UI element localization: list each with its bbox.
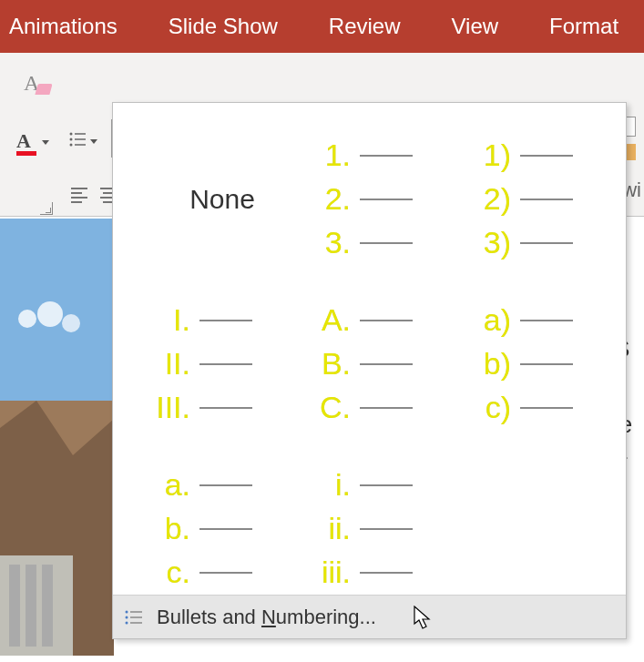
font-dialog-launcher[interactable]: [40, 202, 53, 215]
tab-review[interactable]: Review: [329, 14, 401, 39]
tab-animations[interactable]: Animations: [9, 14, 118, 39]
chevron-down-icon[interactable]: [42, 140, 49, 145]
numbering-option-roman-upper[interactable]: I. II. III.: [145, 284, 300, 443]
tab-format[interactable]: Format: [549, 14, 618, 39]
svg-rect-63: [42, 565, 53, 647]
slide-image: [0, 219, 114, 656]
svg-point-69: [126, 616, 128, 618]
numbering-option-empty: [465, 449, 620, 608]
tab-slide-show[interactable]: Slide Show: [169, 14, 278, 39]
svg-rect-62: [26, 565, 36, 647]
svg-point-0: [70, 133, 73, 136]
svg-point-67: [126, 610, 128, 613]
numbering-option-decimal-period[interactable]: 1. 2. 3.: [305, 119, 460, 279]
numbering-icon: [124, 609, 144, 626]
ribbon-tab-bar: Animations Slide Show Review View Format: [0, 0, 644, 53]
clear-formatting-icon[interactable]: A: [24, 71, 39, 96]
bullets-chevron-icon[interactable]: [90, 139, 97, 144]
svg-point-4: [70, 144, 73, 147]
bullets-button[interactable]: [67, 129, 87, 153]
numbering-option-roman-lower[interactable]: i. ii. iii.: [305, 449, 460, 608]
numbering-option-alpha-lower-period[interactable]: a. b. c.: [145, 449, 300, 608]
svg-point-66: [62, 314, 80, 332]
numbering-dropdown: None 1. 2. 3. 1) 2) 3) I. II. III. A. B.…: [112, 102, 627, 639]
svg-rect-61: [9, 565, 20, 647]
svg-point-71: [126, 621, 128, 624]
numbering-option-alpha-upper[interactable]: A. B. C.: [305, 284, 460, 443]
numbering-option-alpha-lower-paren[interactable]: a) b) c): [465, 284, 620, 443]
numbering-option-decimal-paren[interactable]: 1) 2) 3): [465, 119, 620, 279]
svg-point-65: [37, 301, 63, 327]
svg-point-64: [18, 310, 36, 328]
tab-view[interactable]: View: [452, 14, 499, 39]
bullets-and-numbering-menu-item[interactable]: Bullets and Numbering...: [113, 595, 626, 638]
numbering-none-label: None: [189, 184, 255, 215]
align-left-button[interactable]: [69, 184, 89, 208]
bullets-and-numbering-label: Bullets and Numbering...: [157, 606, 376, 629]
font-color-button[interactable]: A: [15, 127, 51, 158]
numbering-option-none[interactable]: None: [145, 119, 300, 279]
svg-point-2: [70, 138, 73, 141]
